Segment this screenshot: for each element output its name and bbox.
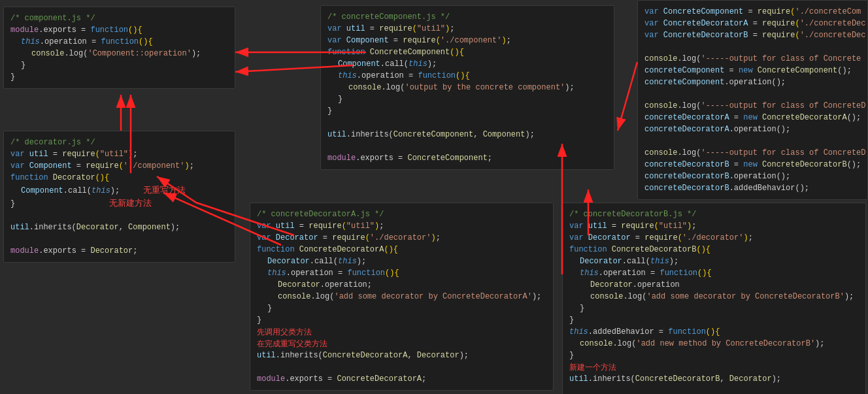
decorator-comment: /* decorator.js */ — [10, 137, 228, 148]
decorator-line4: Component.call(this); 无重写方法 — [10, 184, 228, 197]
main-line4: console.log('-----output for class of Co… — [644, 53, 861, 65]
decorator-line1: var util = require("util"); — [10, 148, 228, 160]
concrete-decorator-a-box: /* concreteDecoratorA.js */ var util = r… — [250, 203, 554, 391]
cc-line5: this.operation = function(){ — [327, 70, 607, 82]
main-line13: concreteDecoratorB.addedBehavior(); — [644, 182, 861, 194]
cdb-line7: console.log('add some decorator by Concr… — [569, 291, 859, 303]
concrete-decorator-b-box: /* concreteDecoratorB.js */ var util = r… — [562, 203, 866, 394]
main-blank3 — [644, 135, 861, 147]
main-line10: console.log('-----output for class of Co… — [644, 147, 861, 159]
main-line8: concreteDecoratorA = new ConcreteDecorat… — [644, 112, 861, 123]
cda-line1: var util = require("util"); — [257, 220, 546, 232]
cc-blank — [327, 117, 607, 129]
cdb-line10: this.addedBehavior = function(){ — [569, 326, 859, 338]
main-line9: concreteDecoratorA.operation(); — [644, 123, 861, 135]
decorator-exports: module.exports = Decorator; — [10, 245, 228, 257]
cdb-line8: } — [569, 303, 859, 314]
cc-line8: } — [327, 105, 607, 117]
main-line11: concreteDecoratorB = new ConcreteDecorat… — [644, 159, 861, 171]
main-line3: var ConcreteDecoratorB = require('./conc… — [644, 29, 861, 41]
component-js-box: /* component.js */ module.exports = func… — [3, 7, 235, 89]
cdb-comment: /* concreteDecoratorB.js */ — [569, 208, 859, 220]
component-line2: this.operation = function(){ — [10, 36, 228, 48]
decorator-blank — [10, 210, 228, 222]
cc-comment: /* concreteComponent.js */ — [327, 11, 607, 23]
annotation-no-override: 无重写方法 — [143, 185, 186, 195]
decorator-js-box: /* decorator.js */ var util = require("u… — [3, 131, 235, 263]
main-line1: var ConcreteComponent = require('./concr… — [644, 6, 861, 18]
cda-line5: this.operation = function(){ — [257, 267, 546, 279]
component-comment: /* component.js */ — [10, 12, 228, 24]
cc-exports: module.exports = ConcreteComponent; — [327, 152, 607, 164]
cc-line2: var Component = require('./component'); — [327, 35, 607, 46]
component-line4: } — [10, 59, 228, 71]
main-line6: concreteComponent.operation(); — [644, 76, 861, 88]
cda-comment: /* concreteDecoratorA.js */ — [257, 208, 546, 220]
cda-line9: } — [257, 314, 546, 326]
cda-blank — [257, 361, 546, 373]
main-line5: concreteComponent = new ConcreteComponen… — [644, 65, 861, 76]
cda-line2: var Decorator = require('./decorator'); — [257, 232, 546, 244]
main-line12: concreteDecoratorB.operation(); — [644, 171, 861, 182]
component-line5: } — [10, 71, 228, 83]
cdb-line1: var util = require("util"); — [569, 220, 859, 232]
main-file-box: var ConcreteComponent = require('./concr… — [637, 0, 868, 200]
cc-line3: function ConcreteComponent(){ — [327, 46, 607, 58]
cc-inherits: util.inherits(ConcreteComponent, Compone… — [327, 129, 607, 140]
cda-line8: } — [257, 303, 546, 314]
cc-line1: var util = require("util"); — [327, 23, 607, 35]
decorator-line5: } 无新建方法 — [10, 197, 228, 210]
main-line7: console.log('-----output for class of Co… — [644, 100, 861, 112]
cc-line6: console.log('output by the concrete comp… — [327, 82, 607, 93]
cdb-annotation: 新建一个方法 — [569, 361, 859, 373]
arrow-main-to-cc — [618, 62, 637, 131]
cdb-line6: Decorator.operation — [569, 279, 859, 291]
cda-inherits: util.inherits(ConcreteDecoratorA, Decora… — [257, 350, 546, 361]
main-blank1 — [644, 41, 861, 53]
main-blank2 — [644, 88, 861, 100]
cdb-line3: function ConcreteDecoratorB(){ — [569, 244, 859, 255]
cc-line7: } — [327, 93, 607, 105]
cda-line6: Decorator.operation; — [257, 279, 546, 291]
annotation-no-new: 无新建方法 — [109, 198, 152, 208]
cda-line3: function ConcreteDecoratorA(){ — [257, 244, 546, 255]
main-line2: var ConcreteDecoratorA = require('./conc… — [644, 18, 861, 29]
decorator-line2: var Component = require('./component'); — [10, 160, 228, 172]
cda-annotation2: 在完成重写父类方法 — [257, 338, 546, 350]
cdb-line12: } — [569, 350, 859, 361]
cdb-line2: var Decorator = require('./decorator'); — [569, 232, 859, 244]
cdb-line4: Decorator.call(this); — [569, 255, 859, 267]
cdb-line11: console.log('add new method by ConcreteD… — [569, 338, 859, 350]
cda-exports: module.exports = ConcreteDecoratorA; — [257, 373, 546, 385]
decorator-inherits: util.inherits(Decorator, Component); — [10, 222, 228, 233]
cda-annotation1: 先调用父类方法 — [257, 326, 546, 338]
cda-line4: Decorator.call(this); — [257, 255, 546, 267]
cdb-inherits: util.inherits(ConcreteDecoratorB, Decora… — [569, 373, 859, 385]
cda-line7: console.log('add some decorator by Concr… — [257, 291, 546, 303]
decorator-line3: function Decorator(){ — [10, 172, 228, 184]
component-line3: console.log('Component::operation'); — [10, 48, 228, 59]
component-line1: module.exports = function(){ — [10, 24, 228, 36]
cdb-blank — [569, 385, 859, 394]
cdb-line5: this.operation = function(){ — [569, 267, 859, 279]
decorator-blank2 — [10, 233, 228, 245]
cc-line4: Component.call(this); — [327, 58, 607, 70]
concrete-component-js-box: /* concreteComponent.js */ var util = re… — [320, 5, 614, 170]
cdb-line9: } — [569, 314, 859, 326]
cc-blank2 — [327, 140, 607, 152]
